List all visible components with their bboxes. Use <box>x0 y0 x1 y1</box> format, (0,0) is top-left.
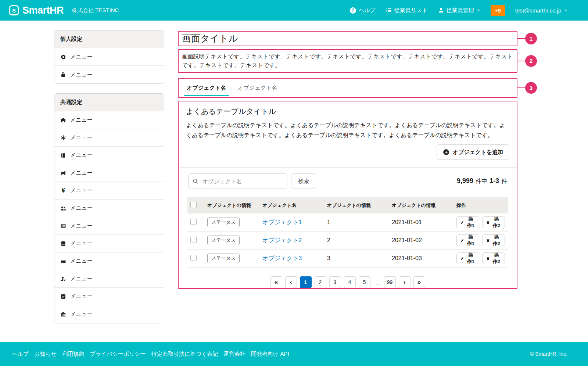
pencil-icon <box>460 238 464 243</box>
sidebar-item-ledger[interactable]: メニュー <box>54 147 164 164</box>
annotation-line <box>517 38 525 39</box>
edit-button[interactable]: 操作1 <box>456 252 479 264</box>
column-header: オブジェクトの情報 <box>204 202 259 209</box>
sidebar-item-label: メニュー <box>70 240 93 247</box>
table-row: ステータス オブジェクト3 3 2021-01-03 操作1 操作2 <box>187 250 508 268</box>
smarthr-logo-icon: S <box>9 5 19 15</box>
table-row: ステータス オブジェクト1 1 2021-01-01 操作1 操作2 <box>187 214 508 232</box>
employee-list-link[interactable]: 従業員リスト <box>386 7 428 14</box>
first-page-button[interactable]: « <box>270 276 282 288</box>
sidebar-item-label: メニュー <box>70 152 93 159</box>
account-email: test@smarthr.co.jp <box>515 7 561 14</box>
help-icon: ? <box>350 7 356 14</box>
count-range: 1-3 <box>490 177 499 185</box>
footer-link-help[interactable]: ヘルプ <box>12 351 29 358</box>
footer-link-company[interactable]: 運営会社 <box>223 351 245 358</box>
app-header: S SmartHR 株式会社 TESTINC ? ヘルプ 従業員リスト 従業員管… <box>0 0 588 21</box>
count-unit-end: 件 <box>501 177 507 185</box>
sidebar-item-company[interactable]: メニュー <box>54 111 164 129</box>
delete-button[interactable]: 操作2 <box>482 234 505 246</box>
object-info-cell: 1 <box>324 219 389 226</box>
sidebar-section-title: 個人設定 <box>54 31 164 48</box>
trash-icon <box>486 238 490 243</box>
search-input[interactable] <box>188 173 287 189</box>
last-page-button[interactable]: » <box>413 276 425 288</box>
footer-link-privacy[interactable]: プライバシーポリシー <box>90 351 146 358</box>
sidebar-item-bank[interactable]: メニュー <box>54 305 164 323</box>
sidebar-item-announcement[interactable]: メニュー <box>54 164 164 182</box>
footer-link-commerce[interactable]: 特定商取引法に基づく表記 <box>151 351 218 358</box>
edit-button[interactable]: 操作1 <box>456 216 479 228</box>
prev-page-button[interactable]: ‹ <box>285 276 297 288</box>
sidebar-item-members[interactable]: メニュー <box>54 200 164 217</box>
row-checkbox[interactable] <box>190 219 197 225</box>
tab-object-1[interactable]: オブジェクト名 <box>181 79 232 97</box>
footer-link-news[interactable]: お知らせ <box>34 351 57 358</box>
sidebar-item-security[interactable]: メニュー <box>54 66 164 83</box>
page-button-4[interactable]: 4 <box>344 276 356 288</box>
sidebar-item-label: メニュー <box>70 71 93 78</box>
tab-object-2[interactable]: オブジェクト名 <box>232 79 283 97</box>
sidebar: 個人設定 メニュー メニュー 共通設定 メニュー メニュー メニュー メニュー <box>54 30 164 333</box>
add-object-label: オブジェクトを追加 <box>453 149 503 156</box>
help-label: ヘルプ <box>359 7 376 14</box>
sidebar-item-asterisk[interactable]: メニュー <box>54 129 164 147</box>
copyright: © SmartHR, Inc. <box>530 351 567 357</box>
footer-link-api[interactable]: 開発者向け API <box>251 351 289 358</box>
sidebar-item-payslip[interactable]: メニュー <box>54 252 164 270</box>
object-date-cell: 2021-01-02 <box>389 237 453 244</box>
page-button-3[interactable]: 3 <box>329 276 341 288</box>
status-badge: ステータス <box>207 218 240 227</box>
user-edit-icon <box>60 276 66 282</box>
row-checkbox[interactable] <box>190 255 197 261</box>
panel-description: よくあるテーブルの説明テキストです。よくあるテーブルの説明テキストです。よくある… <box>186 120 509 140</box>
page-button-2[interactable]: 2 <box>315 276 326 288</box>
delete-button[interactable]: 操作2 <box>482 252 505 264</box>
book-icon <box>60 153 66 158</box>
page-description: 画面説明テキストです。テキストです。テキストです。テキストです。テキストです。テ… <box>182 52 513 70</box>
table-panel: よくあるテーブルタイトル よくあるテーブルの説明テキストです。よくあるテーブルの… <box>178 101 517 289</box>
sidebar-item-user-edit[interactable]: メニュー <box>54 270 164 288</box>
delete-label: 操作2 <box>492 252 501 265</box>
annotation-line <box>517 61 525 61</box>
employee-admin-menu[interactable]: 従業員管理 ▼ <box>438 7 480 14</box>
next-page-button[interactable]: › <box>399 276 410 288</box>
sidebar-section-title: 共通設定 <box>54 94 164 111</box>
account-menu[interactable]: test@smarthr.co.jp ▼ <box>515 7 567 14</box>
users-icon <box>60 205 66 211</box>
select-all-cell <box>187 202 204 209</box>
object-link[interactable]: オブジェクト2 <box>262 237 302 243</box>
bank-icon <box>60 311 66 317</box>
notification-badge[interactable]: +9 <box>491 5 505 16</box>
sidebar-item-approval[interactable]: メニュー <box>54 288 164 305</box>
sidebar-item-label: メニュー <box>70 205 93 212</box>
page-button-1[interactable]: 1 <box>300 276 312 288</box>
search-button[interactable]: 検索 <box>291 173 316 189</box>
sidebar-item-settings[interactable]: メニュー <box>54 48 164 66</box>
sidebar-item-id-card[interactable]: メニュー <box>54 217 164 235</box>
help-link[interactable]: ? ヘルプ <box>350 7 376 14</box>
sidebar-item-label: メニュー <box>70 222 93 229</box>
sidebar-item-database[interactable]: メニュー <box>54 235 164 252</box>
object-link[interactable]: オブジェクト1 <box>262 219 302 225</box>
add-button-row: オブジェクトを追加 <box>186 144 509 160</box>
page-button-99[interactable]: 99 <box>384 276 396 288</box>
row-actions: 操作1 操作2 <box>453 234 508 246</box>
delete-button[interactable]: 操作2 <box>482 216 505 228</box>
yen-icon: ¥ <box>60 187 66 194</box>
edit-button[interactable]: 操作1 <box>456 234 479 246</box>
add-object-button[interactable]: オブジェクトを追加 <box>437 144 509 160</box>
row-checkbox[interactable] <box>190 237 197 243</box>
pagination-ellipsis: … <box>373 279 381 286</box>
building-icon <box>60 117 66 123</box>
smarthr-logo[interactable]: S SmartHR <box>9 5 64 16</box>
page-button-5[interactable]: 5 <box>359 276 370 288</box>
sidebar-item-payroll[interactable]: ¥ メニュー <box>54 182 164 200</box>
sidebar-item-label: メニュー <box>70 311 93 318</box>
select-all-checkbox[interactable] <box>190 202 197 208</box>
object-table: オブジェクトの情報 オブジェクト名 オブジェクトの情報 オブジェクトの情報 操作… <box>187 197 508 268</box>
footer-link-terms[interactable]: 利用規約 <box>62 351 84 358</box>
sidebar-item-label: メニュー <box>70 53 93 60</box>
tab-bar: オブジェクト名 オブジェクト名 3 <box>178 78 517 98</box>
object-link[interactable]: オブジェクト3 <box>262 255 302 261</box>
